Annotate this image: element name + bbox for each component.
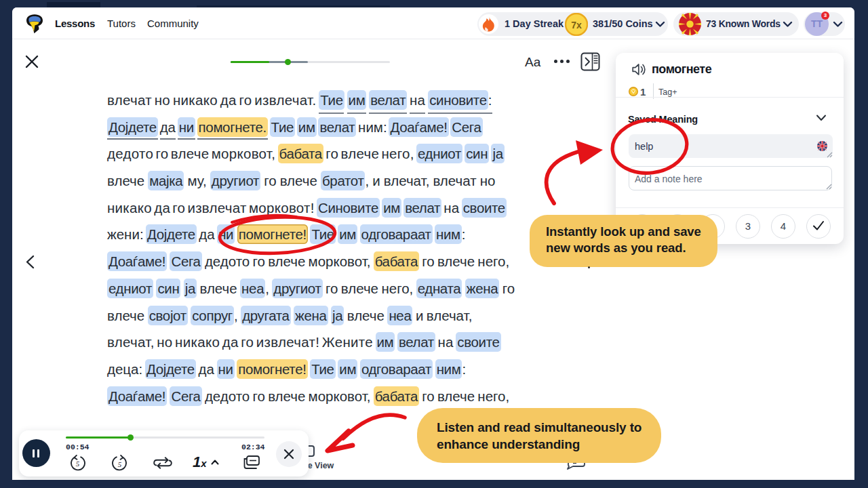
svg-text:5: 5 [118,460,122,468]
svg-text:5: 5 [76,460,80,468]
svg-text:7x: 7x [571,20,582,30]
